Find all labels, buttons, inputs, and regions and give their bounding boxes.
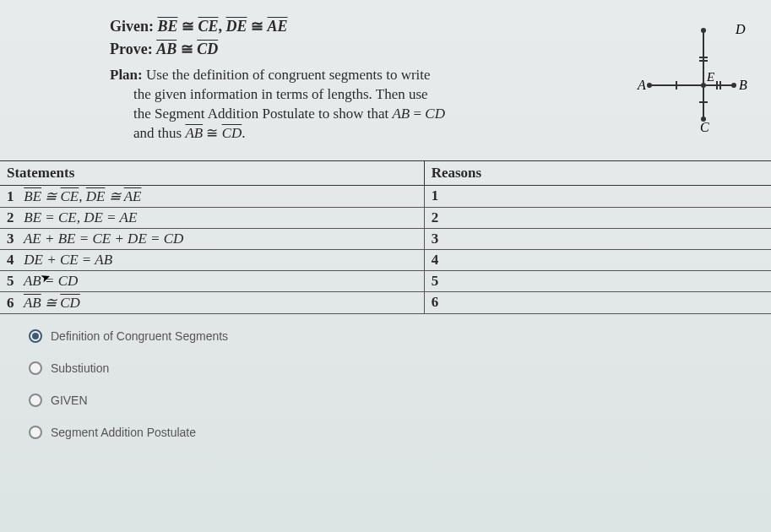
point-b-label: B	[739, 78, 747, 92]
plan-line-3: the Segment Addition Postulate to show t…	[110, 105, 611, 124]
statement-cell: 1 BE ≅ CE, DE ≅ AE	[0, 185, 424, 207]
statement-cell: 2 BE = CE, DE = AE	[0, 207, 424, 228]
reason-cell[interactable]: 1	[424, 185, 771, 207]
svg-point-12	[701, 83, 706, 88]
plan-block: Plan: Use the definition of congruent se…	[110, 66, 611, 144]
option-row[interactable]: Segment Addition Postulate	[29, 426, 771, 439]
plan-line-2: the given information in terms of length…	[110, 85, 611, 105]
reason-cell[interactable]: 2	[424, 207, 771, 228]
statement-cell: 4 DE + CE = AB	[0, 249, 424, 270]
table-row: 1 BE ≅ CE, DE ≅ AE1	[0, 185, 771, 207]
radio-icon[interactable]	[29, 426, 42, 439]
proof-table: Statements Reasons 1 BE ≅ CE, DE ≅ AE12 …	[0, 160, 771, 314]
statement-cell: 6 AB ≅ CD	[0, 291, 424, 313]
point-c-label: C	[700, 120, 709, 132]
option-row[interactable]: GIVEN	[29, 394, 771, 407]
answer-options: Definition of Congruent SegmentsSubstiut…	[0, 314, 771, 439]
option-label: Definition of Congruent Segments	[51, 329, 228, 343]
geometry-diagram: A B C D E	[633, 22, 751, 132]
option-label: GIVEN	[51, 394, 88, 407]
th-statements: Statements	[0, 160, 424, 185]
svg-point-8	[647, 83, 652, 88]
plan-line-1: Use the definition of congruent segments…	[146, 67, 431, 83]
given-label: Given:	[110, 18, 154, 35]
reason-cell[interactable]: 4	[424, 249, 771, 270]
table-row: 4 DE + CE = AB4	[0, 249, 771, 270]
point-e-label: E	[706, 70, 714, 84]
table-row: 5 AB = CD5	[0, 270, 771, 291]
proof-tbody: 1 BE ≅ CE, DE ≅ AE12 BE = CE, DE = AE23 …	[0, 185, 771, 313]
given-line: Given: BE ≅ CE, DE ≅ AE	[110, 15, 611, 38]
radio-icon[interactable]	[29, 394, 42, 407]
statement-cell: 5 AB = CD	[0, 270, 424, 291]
option-row[interactable]: Definition of Congruent Segments	[29, 329, 771, 343]
svg-point-9	[731, 83, 736, 88]
option-row[interactable]: Substiution	[29, 361, 771, 375]
table-row: 3 AE + BE = CE + DE = CD3	[0, 228, 771, 249]
reason-cell[interactable]: 5	[424, 270, 771, 291]
option-label: Segment Addition Postulate	[51, 426, 196, 439]
table-row: 6 AB ≅ CD6	[0, 291, 771, 313]
radio-icon[interactable]	[29, 329, 42, 343]
th-reasons: Reasons	[424, 160, 771, 185]
point-a-label: A	[637, 78, 646, 92]
radio-icon[interactable]	[29, 361, 42, 375]
reason-cell[interactable]: 6	[424, 291, 771, 313]
given-expr: BE ≅ CE, DE ≅ AE	[158, 18, 288, 35]
plan-line-4: and thus AB ≅ CD.	[110, 124, 611, 144]
reason-cell[interactable]: 3	[424, 228, 771, 249]
point-d-label: D	[735, 22, 746, 36]
svg-point-10	[701, 28, 706, 33]
statement-cell: 3 AE + BE = CE + DE = CD	[0, 228, 424, 249]
plan-label: Plan:	[110, 67, 143, 83]
option-label: Substiution	[51, 361, 109, 375]
table-row: 2 BE = CE, DE = AE2	[0, 207, 771, 228]
prove-expr: AB ≅ CD	[156, 41, 218, 57]
prove-line: Prove: AB ≅ CD	[110, 38, 611, 61]
prove-label: Prove:	[110, 41, 153, 57]
